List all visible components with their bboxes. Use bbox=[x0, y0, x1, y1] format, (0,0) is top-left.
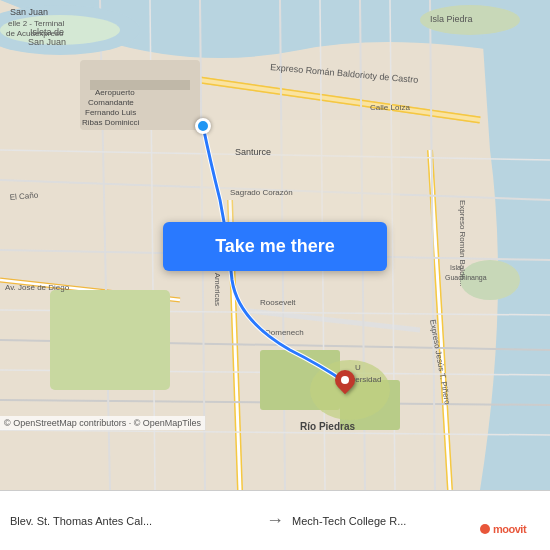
svg-text:Guachinanga: Guachinanga bbox=[445, 274, 487, 282]
svg-point-55 bbox=[480, 524, 490, 534]
route-from-label: Blev. St. Thomas Antes Cal... bbox=[10, 515, 258, 527]
svg-text:Roosevelt: Roosevelt bbox=[260, 298, 296, 307]
end-marker bbox=[335, 370, 355, 398]
svg-text:Ribas Dominicci: Ribas Dominicci bbox=[82, 118, 140, 127]
moovit-logo-text: moovit bbox=[480, 527, 540, 542]
start-marker bbox=[195, 118, 211, 134]
svg-text:Fernando Luis: Fernando Luis bbox=[85, 108, 136, 117]
svg-text:moovit: moovit bbox=[493, 523, 527, 535]
route-arrow-icon: → bbox=[266, 510, 284, 531]
svg-text:de Acuaexpreso: de Acuaexpreso bbox=[6, 29, 64, 38]
svg-text:elle 2 - Terminal: elle 2 - Terminal bbox=[8, 19, 65, 28]
svg-text:Comandante: Comandante bbox=[88, 98, 134, 107]
svg-text:Calle Loíza: Calle Loíza bbox=[370, 103, 411, 112]
svg-text:Santurce: Santurce bbox=[235, 147, 271, 157]
svg-text:San Juan: San Juan bbox=[10, 7, 48, 17]
svg-rect-18 bbox=[50, 290, 170, 390]
svg-text:Aeropuerto: Aeropuerto bbox=[95, 88, 135, 97]
svg-text:Río Piedras: Río Piedras bbox=[300, 421, 355, 432]
svg-text:Isla Piedra: Isla Piedra bbox=[430, 14, 473, 24]
bottom-bar: Blev. St. Thomas Antes Cal... → Mech-Tec… bbox=[0, 490, 550, 550]
take-me-there-button[interactable]: Take me there bbox=[163, 222, 387, 271]
moovit-logo: moovit bbox=[480, 519, 540, 542]
svg-text:Isla: Isla bbox=[450, 264, 461, 271]
svg-text:San Juan: San Juan bbox=[28, 37, 66, 47]
svg-text:U: U bbox=[355, 363, 361, 372]
svg-text:Sagrado Corazón: Sagrado Corazón bbox=[230, 188, 293, 197]
map-container: Isleta de San Juan Isla Piedra El Caño A… bbox=[0, 0, 550, 490]
svg-text:Av. José de Diego: Av. José de Diego bbox=[5, 283, 70, 292]
map-attribution: © OpenStreetMap contributors · © OpenMap… bbox=[0, 416, 205, 430]
